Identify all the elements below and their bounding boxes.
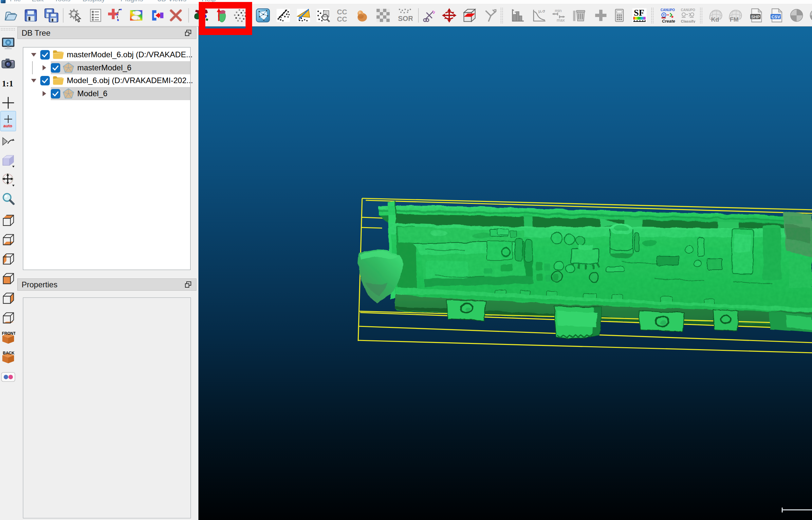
float-panel-icon[interactable] <box>185 281 192 288</box>
iso-front-icon[interactable]: FRONT <box>0 329 16 345</box>
zoom-fit-icon[interactable] <box>0 95 16 111</box>
properties-title: Properties <box>22 280 57 289</box>
point-list-picking-icon[interactable] <box>107 7 124 24</box>
checkbox-checked-icon[interactable] <box>40 76 50 86</box>
folder-icon <box>52 75 64 86</box>
left-toolbar: 1:1 auto <box>0 27 17 520</box>
segment-scissors-icon[interactable] <box>421 7 437 24</box>
tree-row-model-mesh[interactable]: Model_6 <box>24 87 190 100</box>
menu-file[interactable]: File <box>10 0 21 3</box>
svg-text:min: min <box>555 8 562 13</box>
facets-pie-icon[interactable] <box>788 7 805 24</box>
view-left-icon[interactable] <box>0 251 16 267</box>
point-picking-icon[interactable] <box>483 7 499 24</box>
sf-add-icon[interactable] <box>593 7 609 24</box>
toolbar-separator <box>63 8 64 23</box>
toolbar-grip <box>651 7 654 23</box>
save-icon[interactable] <box>23 7 39 24</box>
svg-text:SHP: SHP <box>751 15 760 19</box>
toolbar-grip <box>700 7 702 23</box>
save-all-icon[interactable] <box>43 7 59 24</box>
view-bottom-icon[interactable] <box>0 232 16 248</box>
fullscreen-3d-icon[interactable] <box>0 36 16 52</box>
properties-list-icon[interactable] <box>87 7 104 24</box>
viewport-3d[interactable] <box>198 27 812 520</box>
sf-gaussian-filter-icon[interactable]: μ,σ <box>531 7 548 24</box>
collapse-arrow-icon[interactable] <box>41 90 48 97</box>
menu-plugins[interactable]: Plugins <box>121 0 143 3</box>
collapse-arrow-icon[interactable] <box>41 64 48 71</box>
svg-text:BACK: BACK <box>3 351 15 356</box>
menu-edit[interactable]: Edit <box>32 0 44 3</box>
delaunay-mesh-icon[interactable] <box>255 7 271 24</box>
view-top-icon[interactable] <box>0 212 16 229</box>
canupo-create-icon[interactable]: CANUPOCreate <box>659 7 676 24</box>
stereo-dots-icon[interactable] <box>0 369 16 385</box>
canupo-classify-icon[interactable]: CANUPOClassify <box>680 7 696 24</box>
tree-item-label[interactable]: masterModel_6 <box>77 63 131 72</box>
iso-back-icon[interactable]: BACK <box>0 349 16 365</box>
svg-text:max: max <box>557 18 565 23</box>
kd-tree-icon[interactable]: Kd <box>708 7 724 24</box>
pivot-rotation-icon[interactable] <box>0 133 16 150</box>
pan-mode-icon[interactable] <box>0 171 16 187</box>
merge-icon[interactable] <box>149 7 165 24</box>
cloud-cloud-distance-icon[interactable]: CCCC <box>335 7 352 24</box>
sf-calculator-icon[interactable] <box>611 7 627 24</box>
open-icon[interactable] <box>3 7 19 24</box>
fm-icon[interactable]: FM <box>727 7 743 24</box>
dock-panels: DB Tree masterModel_6.obj (D:/VRAKADE... <box>17 27 198 520</box>
tree-row-mastermodel-obj[interactable]: masterModel_6.obj (D:/VRAKADE... <box>24 48 190 61</box>
zoom-1-1-icon[interactable]: 1:1 <box>0 75 16 91</box>
tree-row-mastermodel-mesh[interactable]: masterModel_6 <box>24 61 190 74</box>
checkbox-checked-icon[interactable] <box>50 63 60 73</box>
csv-export-icon[interactable]: CSV <box>768 7 785 24</box>
view-right-icon[interactable] <box>0 290 16 307</box>
toolbar-separator <box>188 8 189 23</box>
screenshot-camera-icon[interactable] <box>0 55 16 72</box>
svg-text:μ,σ: μ,σ <box>538 8 545 14</box>
translate-rotate-icon[interactable] <box>441 7 457 24</box>
tree-guide-line <box>32 61 33 74</box>
perspective-cube-icon[interactable] <box>0 152 16 168</box>
shp-export-icon[interactable]: SHP <box>748 7 764 24</box>
sf-delete-icon[interactable] <box>571 7 587 24</box>
db-tree-panel-header: DB Tree <box>17 27 197 39</box>
checkbox-checked-icon[interactable] <box>50 89 60 99</box>
main-toolbar: CCCC SOR μ,σ minmax <box>0 4 812 26</box>
menu-tools[interactable]: Tools <box>54 0 70 3</box>
sf-color-scale-icon[interactable]: SF <box>631 7 648 24</box>
auto-pick-center-icon[interactable]: auto <box>0 111 16 131</box>
tree-item-label[interactable]: masterModel_6.obj (D:/VRAKADE... <box>67 50 193 59</box>
view-back-icon[interactable] <box>0 310 16 326</box>
sf-histogram-icon[interactable] <box>509 7 526 24</box>
resample-cloud-icon[interactable] <box>275 7 291 24</box>
tree-item-label[interactable]: Model_6 <box>77 89 107 98</box>
rasterize-icon[interactable] <box>354 7 370 24</box>
compute-density-icon[interactable] <box>315 7 331 24</box>
cross-section-icon[interactable] <box>461 7 478 24</box>
float-panel-icon[interactable] <box>185 29 192 37</box>
db-tree: masterModel_6.obj (D:/VRAKADE... masterM… <box>23 47 191 270</box>
bounding-box-front <box>358 340 812 353</box>
toolbar-separator <box>418 8 419 23</box>
tree-item-label[interactable]: Model_6.obj (D:/VRAKADEMI-202... <box>67 76 193 85</box>
zoom-magnifier-icon[interactable] <box>0 191 16 207</box>
expand-arrow-icon[interactable] <box>30 51 37 58</box>
clone-icon[interactable] <box>128 7 144 24</box>
interpolate-colors-icon[interactable] <box>375 7 391 24</box>
folder-icon <box>52 49 64 60</box>
sample-points-on-mesh-icon[interactable] <box>295 7 312 24</box>
svg-text:1:1: 1:1 <box>2 79 14 88</box>
sf-min-max-icon[interactable]: minmax <box>550 7 567 24</box>
sor-filter-icon[interactable]: SOR <box>397 7 413 24</box>
expand-arrow-icon[interactable] <box>30 77 37 84</box>
view-front-icon[interactable] <box>0 270 16 287</box>
tree-row-model-obj[interactable]: Model_6.obj (D:/VRAKADEMI-202... <box>24 74 190 87</box>
checkbox-checked-icon[interactable] <box>40 50 50 60</box>
global-shift-icon[interactable] <box>67 7 83 24</box>
menu-3d-views[interactable]: 3D Views <box>157 0 186 3</box>
delete-icon[interactable] <box>168 7 184 24</box>
menu-display[interactable]: Display <box>82 0 105 3</box>
facets-pie-partial-icon[interactable] <box>808 7 812 24</box>
